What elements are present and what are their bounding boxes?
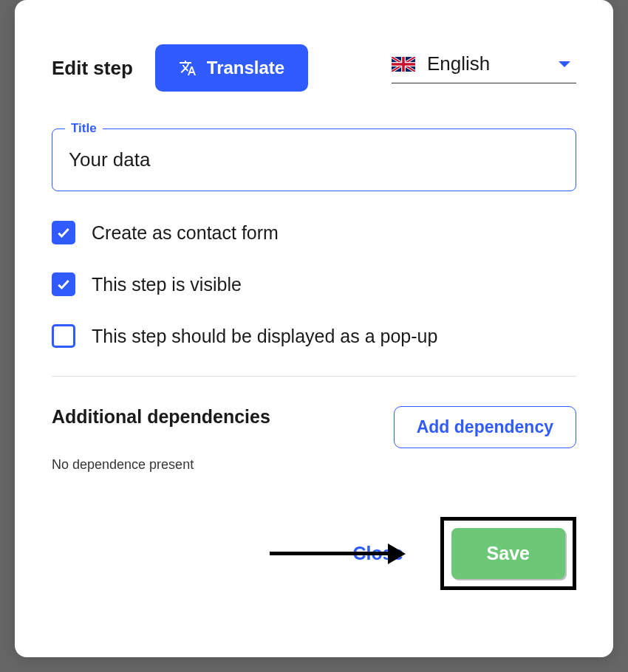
save-button-highlight: Save: [440, 517, 576, 590]
title-input[interactable]: [52, 128, 576, 191]
uk-flag-icon: [392, 57, 415, 72]
checkbox-label: This step should be displayed as a pop-u…: [92, 326, 437, 347]
checkbox-row: This step is visible: [52, 272, 576, 296]
title-field-wrapper: Title: [52, 128, 576, 191]
title-field-label: Title: [65, 121, 103, 136]
checkbox-row: Create as contact form: [52, 221, 576, 244]
checkbox[interactable]: [52, 324, 75, 348]
language-selector[interactable]: English: [392, 52, 576, 83]
modal-footer: Close Save: [52, 517, 576, 590]
modal-header: Edit step Translate English: [52, 44, 576, 92]
checkbox-row: This step should be displayed as a pop-u…: [52, 324, 576, 348]
checkmark-icon: [56, 225, 71, 240]
modal-title: Edit step: [52, 57, 133, 80]
translate-icon: [179, 59, 197, 77]
checkbox[interactable]: [52, 272, 75, 296]
checkmark-icon: [56, 277, 71, 292]
translate-button-label: Translate: [207, 58, 284, 78]
checkbox-list: Create as contact formThis step is visib…: [52, 221, 576, 348]
translate-button[interactable]: Translate: [155, 44, 308, 92]
language-name: English: [427, 52, 547, 75]
dependencies-heading: Additional dependencies: [52, 406, 270, 428]
checkbox[interactable]: [52, 221, 75, 244]
no-dependencies-text: No dependence present: [52, 457, 576, 473]
save-button[interactable]: Save: [451, 528, 565, 579]
dependencies-header-row: Additional dependencies Add dependency: [52, 406, 576, 448]
edit-step-modal: Edit step Translate English Title Create…: [15, 0, 613, 657]
divider: [52, 376, 576, 377]
chevron-down-icon: [559, 61, 570, 67]
arrow-annotation-icon: [270, 544, 406, 564]
checkbox-label: This step is visible: [92, 274, 242, 295]
checkbox-label: Create as contact form: [92, 222, 279, 244]
add-dependency-button[interactable]: Add dependency: [394, 406, 576, 448]
